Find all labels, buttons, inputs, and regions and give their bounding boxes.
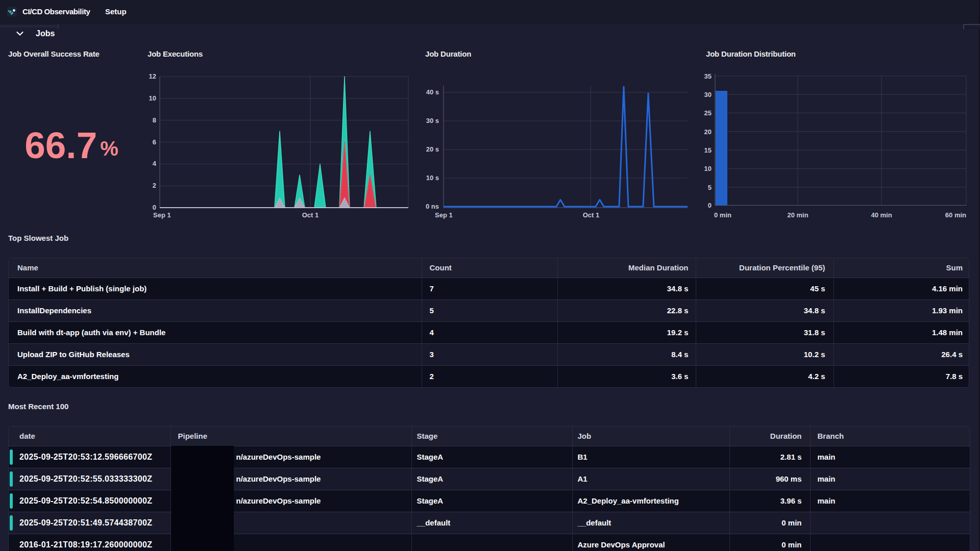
svg-text:0 min: 0 min xyxy=(714,211,731,219)
svg-text:6: 6 xyxy=(153,138,156,146)
svg-text:Oct 1: Oct 1 xyxy=(302,211,319,219)
svg-text:4: 4 xyxy=(153,160,157,167)
svg-text:8: 8 xyxy=(153,116,156,124)
svg-text:40 s: 40 s xyxy=(426,88,439,96)
svg-text:30 s: 30 s xyxy=(426,117,439,124)
svg-text:20: 20 xyxy=(704,128,712,136)
svg-text:10: 10 xyxy=(704,165,712,172)
svg-text:15: 15 xyxy=(704,146,712,154)
svg-text:20 min: 20 min xyxy=(787,211,808,219)
svg-text:Oct 1: Oct 1 xyxy=(583,211,600,219)
svg-text:10 s: 10 s xyxy=(426,174,439,182)
svg-text:10: 10 xyxy=(149,94,156,102)
svg-text:30: 30 xyxy=(704,91,712,98)
svg-text:Sep 1: Sep 1 xyxy=(435,211,453,219)
svg-text:20 s: 20 s xyxy=(426,145,439,153)
svg-text:0: 0 xyxy=(153,204,156,211)
svg-text:0 ns: 0 ns xyxy=(426,203,439,210)
svg-text:40 min: 40 min xyxy=(871,211,892,219)
svg-text:2: 2 xyxy=(153,182,156,189)
svg-text:25: 25 xyxy=(704,109,712,117)
svg-text:35: 35 xyxy=(704,72,712,80)
svg-text:12: 12 xyxy=(149,72,156,80)
svg-text:0: 0 xyxy=(708,202,712,209)
svg-text:Sep 1: Sep 1 xyxy=(153,211,171,219)
svg-text:60 min: 60 min xyxy=(945,211,966,219)
svg-text:5: 5 xyxy=(708,184,712,191)
